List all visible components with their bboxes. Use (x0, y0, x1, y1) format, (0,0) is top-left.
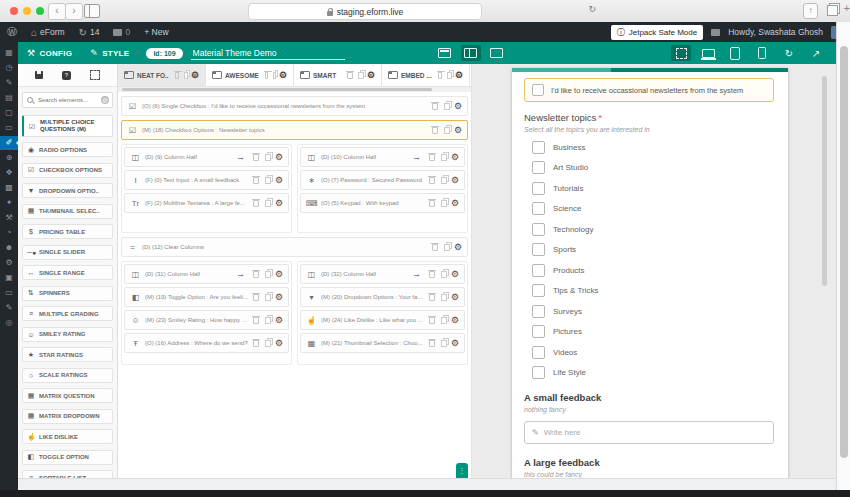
form-tab[interactable]: SMART⚙ (294, 64, 382, 86)
tab-settings-gear-icon[interactable]: ⚙ (367, 70, 375, 80)
split-view-button[interactable] (461, 45, 481, 61)
editor-view-button[interactable] (435, 45, 455, 61)
topic-option[interactable]: Videos (524, 346, 774, 359)
checkbox[interactable] (532, 264, 545, 277)
checkbox[interactable] (532, 161, 545, 174)
duplicate-icon[interactable] (265, 200, 271, 207)
page-scrollbar-thumb[interactable] (840, 46, 848, 458)
preview-view-button[interactable] (487, 45, 507, 61)
builder-element-card[interactable]: ◫(D) (10) Column Half→⚙ (300, 147, 465, 167)
element-thumbnail-select[interactable]: ▦THUMBNAIL SELEC.. (22, 204, 113, 219)
help-icon[interactable]: ? (62, 71, 71, 80)
element-radio-options[interactable]: ◉RADIO OPTIONS (22, 142, 113, 157)
splitter-handle[interactable]: ⋮ (456, 463, 468, 478)
refresh-preview-button[interactable]: ↻ (779, 45, 799, 61)
builder-element-card[interactable]: ▾(M) (20) Dropdown Options : Your fa...⚙ (300, 287, 465, 307)
phone-preview-button[interactable] (752, 45, 772, 61)
settings-gear-icon[interactable]: ⚙ (454, 101, 462, 111)
form-tab[interactable]: NEAT FO..⚙ (118, 64, 206, 86)
howdy-account-menu[interactable]: Howdy, Swashata Ghosh (728, 27, 823, 37)
builder-element-card[interactable]: ◫(D) (32) Column Half→⚙ (300, 264, 465, 284)
save-icon[interactable] (35, 71, 43, 79)
duplicate-tab-icon[interactable] (447, 72, 452, 79)
settings-gear-icon[interactable]: ⚙ (275, 198, 283, 208)
topic-option[interactable]: Sports (524, 243, 774, 256)
checkbox[interactable] (532, 305, 545, 318)
topic-option[interactable]: Science (524, 202, 774, 215)
element-single-range[interactable]: ↔SINGLE RANGE (22, 265, 113, 280)
element-matrix-question[interactable]: ▦MATRIX QUESTION (22, 388, 113, 403)
settings-gear-icon[interactable]: ⚙ (451, 338, 459, 348)
pages-icon[interactable]: ▢ (0, 106, 18, 120)
settings-gear-icon[interactable]: ⚙ (451, 175, 459, 185)
column-half-dropzone[interactable]: ◫(D) (32) Column Half→⚙▾(M) (20) Dropdow… (297, 261, 468, 365)
responsive-full-button[interactable] (671, 45, 691, 61)
checkbox[interactable] (532, 346, 545, 359)
delete-icon[interactable] (253, 154, 259, 161)
expand-icon[interactable] (90, 70, 100, 80)
delete-icon[interactable] (429, 294, 435, 301)
element-sortable-list[interactable]: ≡SORTABLE LIST (22, 470, 113, 478)
delete-icon[interactable] (429, 177, 435, 184)
delete-icon[interactable] (429, 200, 435, 207)
users-icon[interactable]: ☻ (0, 241, 18, 255)
tab-settings-gear-icon[interactable]: ⚙ (279, 70, 287, 80)
search-input[interactable] (36, 96, 98, 104)
element-single-slider[interactable]: ─●SINGLE SLIDER (22, 245, 113, 260)
back-button[interactable]: ‹ (48, 3, 66, 20)
settings-gear-icon[interactable]: ⚙ (451, 198, 459, 208)
topic-option[interactable]: Art Studio (524, 161, 774, 174)
topic-option[interactable]: Life Style (524, 366, 774, 379)
topic-option[interactable]: Products (524, 264, 774, 277)
duplicate-icon[interactable] (265, 340, 271, 347)
topic-option[interactable]: Surveys (524, 305, 774, 318)
address-bar[interactable]: staging.eform.live (248, 3, 482, 20)
comments-icon[interactable]: ▭ (0, 121, 18, 135)
delete-icon[interactable] (253, 200, 259, 207)
settings-gear-icon[interactable]: ⚙ (275, 175, 283, 185)
style-button[interactable]: ✎ STYLE (81, 42, 138, 64)
duplicate-icon[interactable] (441, 317, 447, 324)
pencil-icon[interactable]: ✎ (0, 301, 18, 315)
search-help-icon[interactable]: @ (101, 96, 109, 104)
element-star-ratings[interactable]: ★STAR RATINGS (22, 347, 113, 362)
jetpack-safe-mode-badge[interactable]: ⓘ Jetpack Safe Mode (611, 25, 703, 40)
settings-gear-icon[interactable]: ⚙ (275, 152, 283, 162)
sidebar-toggle-icon[interactable] (84, 4, 100, 18)
duplicate-icon[interactable] (441, 271, 447, 278)
duplicate-icon[interactable] (265, 271, 271, 278)
duplicate-icon[interactable] (444, 127, 450, 134)
settings-gear-icon[interactable]: ⚙ (454, 125, 462, 135)
delete-icon[interactable] (253, 271, 259, 278)
delete-tab-icon[interactable] (265, 72, 268, 79)
checkbox[interactable] (532, 202, 545, 215)
page-scrollbar[interactable] (836, 22, 850, 490)
tab-settings-gear-icon[interactable]: ⚙ (191, 70, 199, 80)
new-content-menu[interactable]: + New (137, 22, 175, 42)
builder-element-card[interactable]: ☺(M) (23) Smiley Rating : How happy y...… (124, 310, 289, 330)
enter-column-icon[interactable]: → (236, 269, 245, 279)
builder-element-card[interactable]: ⌨(O) (5) Keypad : With keypad⚙ (300, 193, 465, 213)
target-icon[interactable]: ◎ (0, 316, 18, 330)
element-pricing-table[interactable]: $PRICING TABLE (22, 224, 113, 239)
zoom-window-button[interactable] (36, 7, 44, 15)
delete-icon[interactable] (253, 340, 259, 347)
column-half-dropzone[interactable]: ◫(D) (10) Column Half→⚙∗(O) (7) Password… (297, 144, 468, 233)
delete-icon[interactable] (429, 340, 435, 347)
updates-menu[interactable]: ↻ 14 (72, 22, 107, 42)
forward-button[interactable]: › (65, 3, 83, 20)
duplicate-tab-icon[interactable] (358, 72, 364, 79)
delete-icon[interactable] (429, 271, 435, 278)
enter-column-icon[interactable]: → (236, 152, 245, 162)
tablet-preview-button[interactable] (725, 45, 745, 61)
checkbox[interactable] (532, 84, 544, 96)
analytics-icon[interactable]: ◔ (0, 226, 18, 240)
topic-option[interactable]: Business (524, 141, 774, 154)
element-toggle-option[interactable]: ◧TOGGLE OPTION (22, 450, 113, 465)
duplicate-tab-icon[interactable] (184, 72, 188, 79)
topic-option[interactable]: Pictures (524, 325, 774, 338)
share-icon[interactable]: ↑ (803, 3, 818, 19)
settings-gear-icon[interactable]: ⚙ (451, 152, 459, 162)
open-external-button[interactable]: ↗ (806, 45, 826, 61)
wp-logo-menu[interactable]: Ⓦ (0, 22, 24, 42)
